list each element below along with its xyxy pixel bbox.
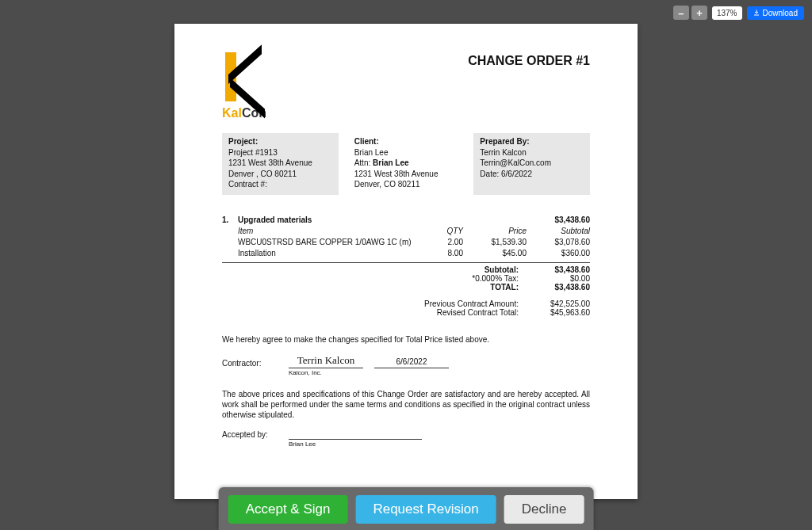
zoom-in-button[interactable]: + [691, 6, 707, 20]
accept-sign-button[interactable]: Accept & Sign [228, 495, 348, 524]
prepared-info-box: Prepared By: Terrin Kalcon Terrin@KalCon… [473, 133, 590, 195]
subtotal-value: $3,438.60 [519, 265, 590, 274]
client-address1: 1231 West 38th Avenue [354, 169, 458, 180]
project-heading: Project: [228, 136, 332, 147]
subtotal-label: Subtotal: [392, 265, 519, 274]
project-address2: Denver , CO 80211 [228, 169, 332, 180]
decline-button[interactable]: Decline [504, 495, 584, 524]
line-item-desc: Installation [238, 249, 423, 257]
col-header-subtotal: Subtotal [527, 227, 590, 235]
divider [222, 262, 590, 263]
document-title: CHANGE ORDER #1 [468, 54, 590, 68]
client-name: Brian Lee [354, 147, 458, 158]
prepared-date-label: Date: [480, 170, 501, 178]
accepted-name: Brian Lee [289, 440, 590, 448]
client-heading: Client: [354, 136, 458, 147]
client-info-box: Client: Brian Lee Attn: Brian Lee 1231 W… [348, 133, 465, 195]
accepted-signature-field [289, 438, 422, 440]
request-revision-button[interactable]: Request Revision [355, 495, 496, 524]
line-item: Installation 8.00 $45.00 $360.00 [222, 249, 590, 257]
terms-text: The above prices and specifications of t… [222, 389, 590, 420]
contractor-signature: Terrin Kalcon [289, 354, 363, 369]
client-address2: Denver, CO 80211 [354, 179, 458, 190]
project-address1: 1231 West 38th Avenue [228, 158, 332, 169]
download-label: Download [763, 9, 798, 17]
totals-block: Subtotal: $3,438.60 *0.000% Tax: $0.00 T… [222, 265, 590, 317]
zoom-level-display: 137% [712, 6, 742, 20]
logo-text-part1: Kal [222, 106, 242, 120]
total-label: TOTAL: [392, 283, 519, 292]
accepted-label: Accepted by: [222, 429, 278, 440]
company-logo: KalCon [222, 52, 266, 120]
zoom-out-button[interactable]: – [673, 6, 689, 20]
col-header-item: Item [238, 227, 423, 235]
logo-mark [222, 52, 262, 101]
client-attn-label: Attn: [354, 158, 373, 167]
prev-contract-value: $42,525.00 [519, 299, 590, 308]
line-item-qty: 8.00 [423, 249, 463, 257]
action-bar: Accept & Sign Request Revision Decline [219, 487, 594, 530]
download-button[interactable]: Download [747, 6, 804, 20]
tax-value: $0.00 [519, 274, 590, 283]
item-number: 1. [222, 215, 238, 224]
agreement-line1: We hereby agree to make the changes spec… [222, 334, 590, 345]
download-icon [753, 10, 760, 16]
project-contract-label: Contract #: [228, 179, 332, 190]
line-item-subtotal: $360.00 [527, 249, 590, 257]
prepared-name: Terrin Kalcon [480, 147, 584, 158]
prepared-date: 6/6/2022 [501, 170, 532, 178]
revised-contract-value: $45,963.60 [519, 308, 590, 317]
line-items: 1. Upgraded materials $3,438.60 Item QTY… [222, 215, 590, 257]
line-item-price: $1,539.30 [463, 238, 527, 246]
project-name: Project #1913 [228, 147, 332, 158]
line-item: WBCU0STRSD BARE COPPER 1/0AWG 1C (m) 2.0… [222, 238, 590, 246]
col-header-qty: QTY [423, 227, 463, 235]
col-header-price: Price [463, 227, 527, 235]
agreement-block: We hereby agree to make the changes spec… [222, 334, 590, 449]
prepared-heading: Prepared By: [480, 136, 584, 147]
line-item-subtotal: $3,078.60 [527, 238, 590, 246]
line-item-price: $45.00 [463, 249, 527, 257]
tax-label: *0.000% Tax: [392, 274, 519, 283]
line-item-desc: WBCU0STRSD BARE COPPER 1/0AWG 1C (m) [238, 238, 423, 246]
item-group-total: $3,438.60 [527, 215, 590, 224]
viewer-toolbar: – + 137% Download [673, 6, 804, 20]
total-value: $3,438.60 [519, 283, 590, 292]
contractor-company: Kalcon, Inc. [289, 369, 590, 377]
client-attn-name: Brian Lee [373, 158, 409, 167]
project-info-box: Project: Project #1913 1231 West 38th Av… [222, 133, 339, 195]
prev-contract-label: Previous Contract Amount: [392, 299, 519, 308]
item-group-title: Upgraded materials [238, 215, 527, 224]
contractor-sign-date: 6/6/2022 [374, 357, 449, 368]
line-item-qty: 2.00 [423, 238, 463, 246]
revised-contract-label: Revised Contract Total: [392, 308, 519, 317]
document-page: KalCon CHANGE ORDER #1 Project: Project … [174, 24, 638, 499]
prepared-email: Terrin@KalCon.com [480, 158, 584, 169]
zoom-controls: – + [673, 6, 707, 20]
contractor-label: Contractor: [222, 358, 278, 368]
